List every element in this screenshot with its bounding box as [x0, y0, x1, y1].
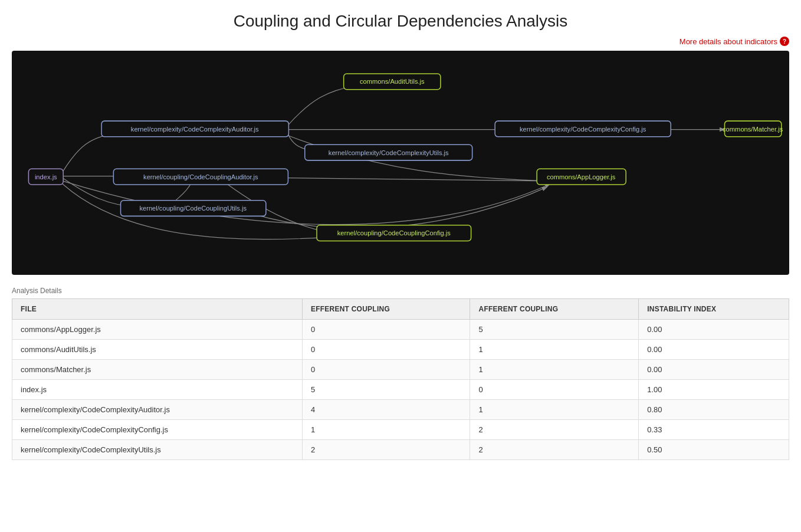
- cell-afferent: 5: [470, 320, 639, 340]
- cell-instability: 0.50: [639, 440, 789, 460]
- graph-svg: commons/AuditUtils.js kernel/complexity/…: [12, 51, 789, 275]
- help-icon: ?: [780, 37, 789, 46]
- cell-efferent: 0: [302, 360, 470, 380]
- cell-afferent: 0: [470, 380, 639, 400]
- svg-text:kernel/complexity/CodeComplexi: kernel/complexity/CodeComplexityAuditor.…: [131, 126, 259, 133]
- cell-efferent: 0: [302, 340, 470, 360]
- col-afferent: AFFERENT COUPLING: [470, 299, 639, 320]
- cell-efferent: 2: [302, 440, 470, 460]
- col-file: FILE: [12, 299, 303, 320]
- cell-instability: 1.00: [639, 380, 789, 400]
- cell-instability: 0.80: [639, 400, 789, 420]
- table-row: commons/Matcher.js 0 1 0.00: [12, 360, 789, 380]
- cell-efferent: 1: [302, 420, 470, 440]
- svg-text:kernel/coupling/CodeCouplingAu: kernel/coupling/CodeCouplingAuditor.js: [143, 173, 258, 180]
- cell-efferent: 4: [302, 400, 470, 420]
- svg-text:commons/Matcher.js: commons/Matcher.js: [723, 126, 783, 133]
- table-row: kernel/complexity/CodeComplexityUtils.js…: [12, 440, 789, 460]
- cell-afferent: 2: [470, 440, 639, 460]
- cell-file: commons/AppLogger.js: [12, 320, 303, 340]
- cell-file: index.js: [12, 380, 303, 400]
- svg-text:commons/AppLogger.js: commons/AppLogger.js: [547, 173, 616, 180]
- table-row: commons/AppLogger.js 0 5 0.00: [12, 320, 789, 340]
- svg-text:index.js: index.js: [35, 173, 57, 180]
- cell-efferent: 5: [302, 380, 470, 400]
- cell-instability: 0.00: [639, 320, 789, 340]
- cell-afferent: 1: [470, 400, 639, 420]
- cell-instability: 0.33: [639, 420, 789, 440]
- col-instability: INSTABILITY INDEX: [639, 299, 789, 320]
- svg-text:kernel/complexity/CodeComplexi: kernel/complexity/CodeComplexityConfig.j…: [520, 126, 646, 133]
- cell-instability: 0.00: [639, 340, 789, 360]
- cell-efferent: 0: [302, 320, 470, 340]
- table-row: commons/AuditUtils.js 0 1 0.00: [12, 340, 789, 360]
- cell-file: commons/AuditUtils.js: [12, 340, 303, 360]
- cell-file: kernel/complexity/CodeComplexityUtils.js: [12, 440, 303, 460]
- cell-afferent: 1: [470, 360, 639, 380]
- table-row: kernel/complexity/CodeComplexityConfig.j…: [12, 420, 789, 440]
- cell-file: kernel/complexity/CodeComplexityAuditor.…: [12, 400, 303, 420]
- more-details-label: More details about indicators: [679, 37, 777, 46]
- analysis-table: FILE EFFERENT COUPLING AFFERENT COUPLING…: [12, 298, 789, 460]
- table-header-row: FILE EFFERENT COUPLING AFFERENT COUPLING…: [12, 299, 789, 320]
- svg-text:kernel/coupling/CodeCouplingUt: kernel/coupling/CodeCouplingUtils.js: [139, 205, 247, 212]
- analysis-label: Analysis Details: [12, 287, 789, 295]
- col-efferent: EFFERENT COUPLING: [302, 299, 470, 320]
- cell-file: commons/Matcher.js: [12, 360, 303, 380]
- more-details-link[interactable]: More details about indicators ?: [679, 37, 789, 46]
- table-row: kernel/complexity/CodeComplexityAuditor.…: [12, 400, 789, 420]
- analysis-section: Analysis Details FILE EFFERENT COUPLING …: [12, 287, 789, 460]
- dependency-graph: commons/AuditUtils.js kernel/complexity/…: [12, 51, 789, 275]
- table-row: index.js 5 0 1.00: [12, 380, 789, 400]
- cell-afferent: 1: [470, 340, 639, 360]
- svg-text:commons/AuditUtils.js: commons/AuditUtils.js: [360, 78, 425, 85]
- cell-file: kernel/complexity/CodeComplexityConfig.j…: [12, 420, 303, 440]
- svg-text:kernel/complexity/CodeComplexi: kernel/complexity/CodeComplexityUtils.js: [329, 149, 449, 156]
- cell-afferent: 2: [470, 420, 639, 440]
- page-title: Coupling and Circular Dependencies Analy…: [12, 12, 789, 31]
- svg-text:kernel/coupling/CodeCouplingCo: kernel/coupling/CodeCouplingConfig.js: [337, 229, 451, 237]
- cell-instability: 0.00: [639, 360, 789, 380]
